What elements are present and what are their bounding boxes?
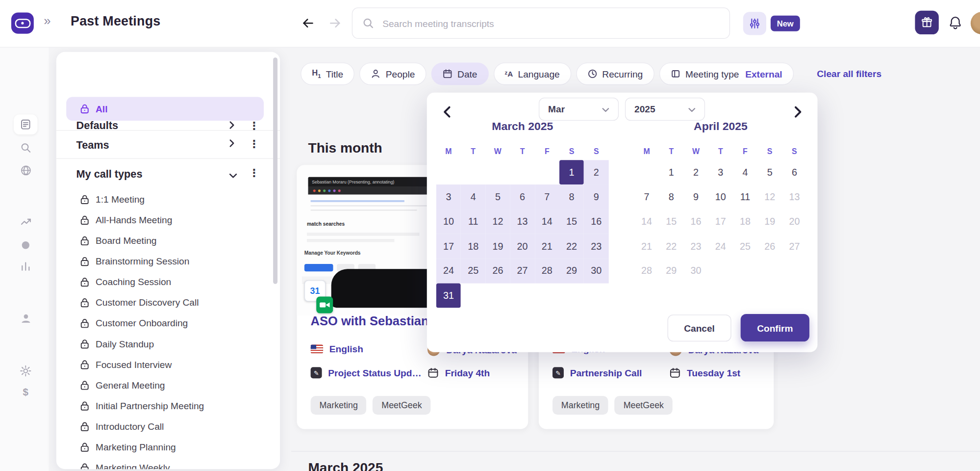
teams-menu-icon[interactable]: ⋮: [249, 137, 259, 151]
calendar-day[interactable]: 27: [510, 259, 535, 283]
app-logo-icon[interactable]: [11, 12, 34, 33]
recordings-icon[interactable]: [19, 238, 32, 252]
sidebar-item-call-type[interactable]: All-Hands Meeting: [56, 209, 280, 230]
calendar-day[interactable]: 6: [782, 160, 806, 184]
sidebar-item-call-type[interactable]: Brainstorming Session: [56, 251, 280, 271]
calendar-day[interactable]: 1: [559, 160, 584, 184]
calendar-day[interactable]: 18: [733, 209, 757, 234]
notifications-button[interactable]: [948, 15, 963, 31]
sidebar-item-call-type[interactable]: Marketing Weekly: [56, 457, 280, 469]
billing-icon[interactable]: $: [19, 385, 32, 399]
calendar-day[interactable]: 23: [584, 234, 608, 259]
calendar-day[interactable]: 4: [733, 160, 757, 184]
calendar-day[interactable]: 21: [634, 234, 659, 259]
my-call-types-menu-icon[interactable]: ⋮: [249, 166, 259, 180]
calendar-day[interactable]: 12: [757, 185, 782, 209]
settings-icon[interactable]: [19, 364, 32, 378]
calendar-day[interactable]: 11: [461, 209, 485, 234]
meeting-type-link[interactable]: ✎ Project Status Upd…: [311, 367, 422, 378]
sidebar-item-call-type[interactable]: Introductory Call: [56, 416, 280, 437]
calendar-day[interactable]: 9: [584, 185, 608, 209]
clear-all-filters-link[interactable]: Clear all filters: [817, 62, 881, 85]
search-rail-icon[interactable]: [19, 141, 32, 155]
calendar-day[interactable]: 20: [782, 209, 806, 234]
calendar-day[interactable]: 13: [510, 209, 535, 234]
tag[interactable]: MeetGeek: [373, 396, 430, 415]
sidebar-item-call-type[interactable]: Daily Standup: [56, 334, 280, 354]
calendar-day[interactable]: 15: [659, 209, 683, 234]
tag[interactable]: MeetGeek: [615, 396, 673, 415]
back-arrow-button[interactable]: [299, 14, 317, 32]
calendar-day[interactable]: 25: [461, 259, 485, 283]
calendar-day[interactable]: 30: [683, 259, 708, 283]
calendar-day[interactable]: 24: [708, 234, 733, 259]
calendar-day[interactable]: 22: [559, 234, 584, 259]
sidebar-item-call-type[interactable]: Coaching Session: [56, 271, 280, 292]
insights-icon[interactable]: [19, 214, 32, 228]
calendar-day[interactable]: 14: [634, 209, 659, 234]
calendar-day[interactable]: 22: [659, 234, 683, 259]
filter-chip-meeting-type[interactable]: Meeting typeExternal: [659, 62, 793, 85]
meeting-title[interactable]: ASO with Sebastian: [311, 314, 429, 328]
calendar-day[interactable]: 27: [782, 234, 806, 259]
calendar-day[interactable]: 16: [584, 209, 608, 234]
sidebar-item-call-type[interactable]: Focused Interview: [56, 354, 280, 375]
calendar-day[interactable]: 5: [757, 160, 782, 184]
filter-chip-language[interactable]: zALanguage: [494, 62, 571, 85]
calendar-day[interactable]: 2: [683, 160, 708, 184]
calendar-day[interactable]: 3: [708, 160, 733, 184]
filter-chip-recurring[interactable]: Recurring: [576, 62, 654, 85]
calendar-day[interactable]: 25: [733, 234, 757, 259]
calendar-day[interactable]: 12: [485, 209, 510, 234]
meeting-date[interactable]: Tuesday 1st: [669, 367, 740, 378]
calendar-day[interactable]: 4: [461, 185, 485, 209]
filter-chip-date[interactable]: Date: [431, 62, 489, 85]
calendar-day[interactable]: 14: [535, 209, 559, 234]
sidebar-scrollbar[interactable]: [273, 57, 277, 284]
calendar-day[interactable]: 7: [634, 185, 659, 209]
calendar-day[interactable]: 23: [683, 234, 708, 259]
search-input[interactable]: [381, 17, 720, 29]
calendar-day[interactable]: 29: [559, 259, 584, 283]
calendar-day[interactable]: 26: [485, 259, 510, 283]
search-bar[interactable]: [352, 7, 730, 39]
rewards-button[interactable]: [915, 11, 938, 34]
calendar-day[interactable]: 15: [559, 209, 584, 234]
calendar-day[interactable]: 20: [510, 234, 535, 259]
tag[interactable]: Marketing: [311, 396, 367, 415]
month-select[interactable]: Mar: [539, 98, 619, 121]
team-icon[interactable]: [19, 312, 32, 325]
prev-month-button[interactable]: [437, 103, 456, 121]
calendar-day[interactable]: 31: [436, 283, 461, 308]
calendar-day[interactable]: 3: [436, 185, 461, 209]
meeting-type-link[interactable]: ✎ Partnership Call: [553, 367, 642, 378]
calendar-day[interactable]: 26: [757, 234, 782, 259]
calendar-day[interactable]: 5: [485, 185, 510, 209]
calendar-day[interactable]: 11: [733, 185, 757, 209]
filter-chip-people[interactable]: People: [359, 62, 426, 85]
calendar-day[interactable]: 19: [757, 209, 782, 234]
calendar-day[interactable]: 16: [683, 209, 708, 234]
calendar-day[interactable]: 7: [535, 185, 559, 209]
sidebar-item-call-type[interactable]: Board Meeting: [56, 230, 280, 251]
calendar-day[interactable]: 1: [659, 160, 683, 184]
cancel-button[interactable]: Cancel: [668, 314, 731, 341]
my-call-types-collapse-icon[interactable]: [229, 170, 238, 182]
calendar-day[interactable]: 13: [782, 185, 806, 209]
calendar-day[interactable]: 8: [659, 185, 683, 209]
calendar-day[interactable]: 21: [535, 234, 559, 259]
user-avatar[interactable]: [971, 12, 980, 34]
sidebar-item-call-type[interactable]: Initial Partnership Meeting: [56, 395, 280, 416]
sidebar-item-call-type[interactable]: Customer Onboarding: [56, 313, 280, 333]
filter-settings-button[interactable]: [743, 12, 766, 35]
teams-expand-icon[interactable]: [229, 139, 235, 150]
tag[interactable]: Marketing: [553, 396, 608, 415]
calendar-day[interactable]: 8: [559, 185, 584, 209]
calendar-day[interactable]: 10: [436, 209, 461, 234]
calendar-day[interactable]: 28: [535, 259, 559, 283]
filter-chip-title[interactable]: H1Title: [301, 62, 354, 85]
calendar-day[interactable]: 29: [659, 259, 683, 283]
meeting-date[interactable]: Friday 4th: [427, 367, 490, 378]
calendar-day[interactable]: 17: [436, 234, 461, 259]
meetings-icon[interactable]: [14, 114, 37, 134]
